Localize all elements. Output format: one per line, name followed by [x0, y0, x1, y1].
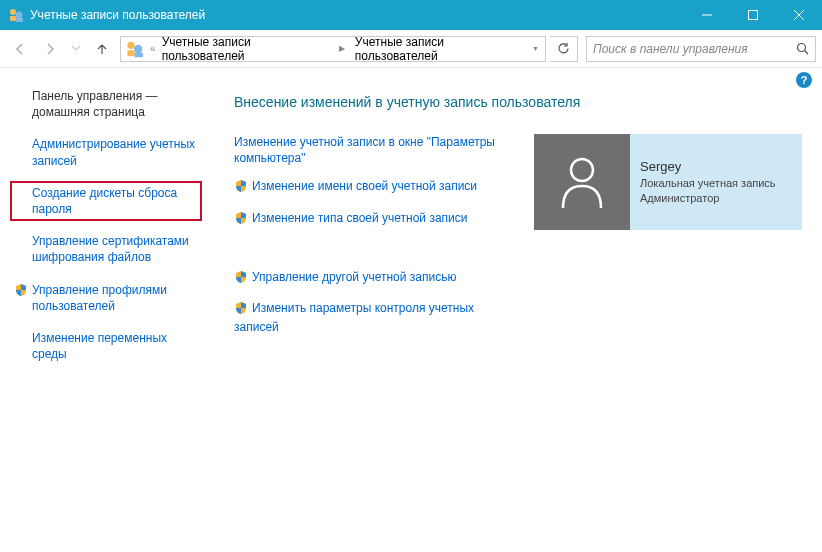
- action-link[interactable]: Управление другой учетной записью: [252, 270, 456, 284]
- svg-line-13: [804, 51, 808, 55]
- minimize-button[interactable]: [684, 0, 730, 30]
- shield-icon: [234, 270, 248, 284]
- user-account-type: Локальная учетная запись: [640, 176, 776, 191]
- avatar: [534, 134, 630, 230]
- search-box[interactable]: [586, 36, 816, 62]
- maximize-button[interactable]: [730, 0, 776, 30]
- svg-rect-5: [749, 11, 758, 20]
- action-link[interactable]: Изменение типа своей учетной записи: [252, 211, 467, 225]
- link-column: Изменение учетной записи в окне "Парамет…: [234, 134, 516, 347]
- sidebar-item-4[interactable]: Управление профилями пользователей: [14, 282, 202, 314]
- user-icon: [557, 154, 607, 210]
- app-icon: [8, 7, 24, 23]
- search-icon[interactable]: [789, 37, 815, 61]
- user-info: Sergey Локальная учетная запись Админист…: [640, 159, 776, 206]
- link-row: Изменение учетной записи в окне "Парамет…: [234, 134, 516, 166]
- breadcrumb-seg-1[interactable]: Учетные записи пользователей: [158, 37, 333, 61]
- svg-rect-11: [135, 52, 143, 57]
- user-privilege: Администратор: [640, 191, 776, 206]
- shield-icon: [234, 211, 248, 225]
- svg-point-1: [16, 12, 23, 19]
- user-card: Sergey Локальная учетная запись Админист…: [534, 134, 802, 230]
- shield-icon: [234, 179, 248, 193]
- address-bar[interactable]: « Учетные записи пользователей ▶ Учетные…: [120, 36, 546, 62]
- up-button[interactable]: [88, 35, 116, 63]
- content: Панель управления — домашняя страницаАдм…: [0, 68, 822, 552]
- svg-rect-3: [16, 18, 23, 22]
- titlebar: Учетные записи пользователей: [0, 0, 822, 30]
- refresh-button[interactable]: [550, 36, 578, 62]
- sidebar-item-5[interactable]: Изменение переменных среды: [14, 330, 202, 362]
- sidebar-item-label: Администрирование учетных записей: [32, 137, 195, 167]
- svg-point-9: [134, 44, 142, 52]
- main-panel: Внесение изменений в учетную запись поль…: [210, 68, 822, 552]
- history-dropdown[interactable]: [66, 35, 86, 63]
- shield-icon: [234, 301, 248, 315]
- search-input[interactable]: [587, 42, 789, 56]
- chevron-down-icon[interactable]: ▼: [526, 45, 545, 52]
- sidebar-item-label: Управление сертификатами шифрования файл…: [32, 234, 189, 264]
- shield-icon: [14, 283, 28, 297]
- navbar: « Учетные записи пользователей ▶ Учетные…: [0, 30, 822, 68]
- svg-rect-10: [127, 50, 134, 56]
- sidebar: Панель управления — домашняя страницаАдм…: [0, 68, 210, 552]
- sidebar-item-label: Создание дискеты сброса пароля: [32, 186, 177, 216]
- forward-button[interactable]: [36, 35, 64, 63]
- page-heading: Внесение изменений в учетную запись поль…: [234, 94, 802, 110]
- link-row: Изменение типа своей учетной записи: [234, 210, 516, 229]
- svg-rect-2: [10, 16, 16, 21]
- link-row: Управление другой учетной записью: [234, 269, 516, 288]
- back-button[interactable]: [6, 35, 34, 63]
- location-icon: [125, 39, 144, 59]
- link-row: Изменить параметры контроля учетных запи…: [234, 300, 516, 335]
- action-link[interactable]: Изменение учетной записи в окне "Парамет…: [234, 135, 495, 165]
- user-name: Sergey: [640, 159, 776, 174]
- action-link[interactable]: Изменить параметры контроля учетных запи…: [234, 301, 474, 334]
- window-title: Учетные записи пользователей: [30, 8, 684, 22]
- breadcrumb-seg-2[interactable]: Учетные записи пользователей: [351, 37, 526, 61]
- chevron-right-icon[interactable]: ▶: [333, 44, 351, 53]
- action-link[interactable]: Изменение имени своей учетной записи: [252, 179, 477, 193]
- sidebar-item-label: Управление профилями пользователей: [32, 283, 167, 313]
- sidebar-item-0: Панель управления — домашняя страница: [14, 88, 202, 120]
- sidebar-item-1[interactable]: Администрирование учетных записей: [14, 136, 202, 168]
- breadcrumb-prefix: «: [148, 43, 158, 54]
- svg-point-12: [797, 44, 805, 52]
- sidebar-item-label: Изменение переменных среды: [32, 331, 167, 361]
- sidebar-item-label: Панель управления — домашняя страница: [32, 89, 158, 119]
- svg-point-14: [571, 159, 593, 181]
- sidebar-item-3[interactable]: Управление сертификатами шифрования файл…: [14, 233, 202, 265]
- sidebar-item-2[interactable]: Создание дискеты сброса пароля: [14, 185, 198, 217]
- svg-point-0: [10, 9, 16, 15]
- svg-point-8: [127, 41, 134, 48]
- close-button[interactable]: [776, 0, 822, 30]
- link-row: Изменение имени своей учетной записи: [234, 178, 516, 197]
